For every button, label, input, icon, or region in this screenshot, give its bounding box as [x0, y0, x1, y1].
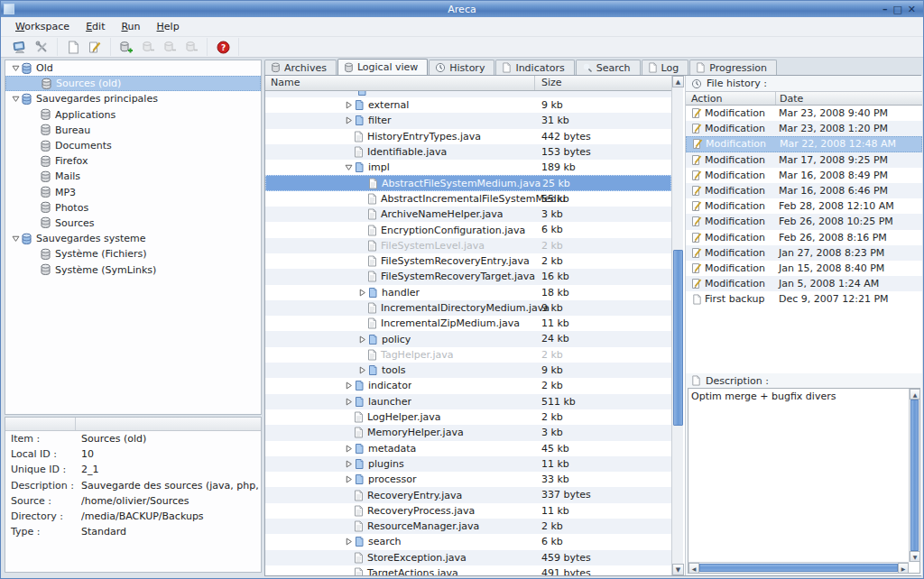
scrollbar-thumb[interactable] — [910, 400, 919, 551]
partially-scrolled-row[interactable] — [265, 91, 671, 97]
description-vscrollbar[interactable]: ▲ ▼ — [909, 389, 919, 562]
file-row-incrementalzipmedium-java[interactable]: IncrementalZipMedium.java11 kb — [265, 316, 671, 331]
menu-workspace[interactable]: Workspace — [8, 19, 77, 34]
scrollbar-thumb[interactable] — [673, 250, 683, 426]
history-row[interactable]: ModificationMar 23, 2008 1:20 PM — [686, 121, 922, 136]
expand-toggle[interactable] — [344, 381, 354, 390]
history-row[interactable]: ModificationFeb 28, 2008 12:10 AM — [686, 198, 922, 214]
file-row-impl[interactable]: impl189 kb — [265, 160, 671, 175]
close-button[interactable]: ✕ — [908, 5, 916, 14]
tab-logical-view[interactable]: Logical view — [337, 59, 428, 75]
file-row-indicator[interactable]: indicator2 kb — [265, 378, 671, 393]
expand-toggle[interactable] — [357, 335, 367, 344]
history-row[interactable]: First backupDec 9, 2007 12:21 PM — [686, 291, 922, 307]
collapse-toggle[interactable] — [344, 163, 354, 171]
file-row-historyentrytypes-java[interactable]: HistoryEntryTypes.java442 bytes — [265, 129, 671, 144]
new-target-button[interactable] — [62, 38, 84, 56]
file-row-external[interactable]: external9 kb — [265, 97, 671, 113]
column-header-action[interactable]: Action — [686, 92, 776, 105]
file-row-tools[interactable]: tools9 kb — [265, 363, 671, 378]
file-row-filesystemrecoveryentry-java[interactable]: FileSystemRecoveryEntry.java2 kb — [265, 253, 671, 269]
expand-toggle[interactable] — [344, 101, 354, 109]
file-row-storeexception-java[interactable]: StoreException.java459 bytes — [265, 550, 671, 565]
sidebar-item-sources[interactable]: Sources — [5, 216, 261, 231]
file-row-search[interactable]: search6 kb — [265, 534, 671, 549]
column-header-date[interactable]: Date — [776, 92, 922, 105]
history-row[interactable]: ModificationMar 23, 2008 9:40 PM — [686, 106, 922, 121]
menu-edit[interactable]: Edit — [79, 19, 112, 34]
file-row-filter[interactable]: filter31 kb — [265, 113, 671, 128]
sidebar-item-mails[interactable]: Mails — [5, 169, 261, 184]
file-row-abstractfilesystemmedium-java[interactable]: AbstractFileSystemMedium.java25 kb — [265, 175, 671, 190]
file-row-taghelper-java[interactable]: TagHelper.java2 kb — [265, 347, 671, 363]
tab-archives[interactable]: Archives — [264, 60, 337, 75]
history-row[interactable]: ModificationMar 16, 2008 6:46 PM — [686, 183, 922, 198]
history-row[interactable]: ModificationFeb 26, 2008 10:25 PM — [686, 214, 922, 229]
history-row[interactable]: ModificationJan 15, 2008 8:40 PM — [686, 261, 922, 276]
tab-search[interactable]: Search — [576, 60, 641, 75]
file-row-handler[interactable]: handler18 kb — [265, 285, 671, 300]
expand-toggle[interactable] — [344, 116, 354, 124]
maximize-button[interactable]: □ — [892, 5, 901, 14]
file-row-recoveryprocess-java[interactable]: RecoveryProcess.java11 kb — [265, 503, 671, 519]
collapse-toggle[interactable] — [11, 234, 21, 243]
sidebar-item-old[interactable]: Old — [5, 60, 261, 76]
history-row[interactable]: ModificationMar 17, 2008 9:25 PM — [686, 152, 922, 168]
backup-button[interactable] — [116, 38, 137, 56]
expand-toggle[interactable] — [344, 475, 354, 483]
edit-target-button[interactable] — [84, 38, 106, 56]
expand-toggle[interactable] — [344, 398, 354, 406]
sidebar-item-syst-me-fichiers-[interactable]: Système (Fichiers) — [5, 246, 261, 262]
sidebar-item-sauvegardes-principales[interactable]: Sauvegardes principales — [5, 91, 261, 106]
workspace-preferences-button[interactable] — [31, 38, 52, 56]
file-row-filesystemrecoverytarget-java[interactable]: FileSystemRecoveryTarget.java16 kb — [265, 269, 671, 284]
sidebar-item-syst-me-symlinks-[interactable]: Système (SymLinks) — [5, 262, 261, 277]
description-hscrollbar[interactable]: ◀ ▶ — [688, 562, 909, 573]
scroll-up-button[interactable]: ▲ — [672, 76, 684, 87]
file-tree-scrollbar[interactable]: ▲ ▼ — [671, 76, 683, 575]
file-row-policy[interactable]: policy24 kb — [265, 331, 671, 346]
scrollbar-thumb[interactable] — [699, 564, 898, 572]
collapse-toggle[interactable] — [11, 64, 21, 72]
history-row[interactable]: ModificationMar 16, 2008 8:49 PM — [686, 168, 922, 183]
scroll-up-button[interactable]: ▲ — [910, 389, 920, 400]
expand-toggle[interactable] — [344, 538, 354, 546]
history-row[interactable]: ModificationJan 5, 2008 1:24 AM — [686, 276, 922, 291]
file-row-filesystemlevel-java[interactable]: FileSystemLevel.java2 kb — [265, 238, 671, 253]
sidebar-item-applications[interactable]: Applications — [5, 107, 261, 123]
file-row-encryptionconfiguration-java[interactable]: EncryptionConfiguration.java6 kb — [265, 222, 671, 237]
file-row-resourcemanager-java[interactable]: ResourceManager.java2 kb — [265, 519, 671, 534]
column-header-name[interactable]: Name — [265, 76, 535, 90]
file-row-archivenamehelper-java[interactable]: ArchiveNameHelper.java3 kb — [265, 207, 671, 222]
sidebar-item-sauvegardes-systeme[interactable]: Sauvegardes systeme — [5, 231, 261, 246]
sidebar-item-bureau[interactable]: Bureau — [5, 123, 261, 138]
file-row-targetactions-java[interactable]: TargetActions.java491 bytes — [265, 565, 671, 575]
sidebar-item-firefox[interactable]: Firefox — [5, 153, 261, 169]
column-header-size[interactable]: Size — [535, 76, 671, 90]
expand-toggle[interactable] — [357, 289, 367, 297]
expand-toggle[interactable] — [344, 445, 354, 453]
tab-indicators[interactable]: Indicators — [495, 60, 574, 75]
scroll-left-button[interactable]: ◀ — [688, 563, 699, 574]
sidebar-item-mp3[interactable]: MP3 — [5, 185, 261, 200]
file-row-launcher[interactable]: launcher511 kb — [265, 394, 671, 409]
sidebar-item-documents[interactable]: Documents — [5, 138, 261, 153]
history-row[interactable]: ModificationJan 27, 2008 8:23 PM — [686, 245, 922, 261]
tab-log[interactable]: Log — [642, 60, 689, 75]
file-row-incrementaldirectorymedium-java[interactable]: IncrementalDirectoryMedium.java9 kb — [265, 300, 671, 316]
file-row-recoveryentry-java[interactable]: RecoveryEntry.java337 bytes — [265, 487, 671, 502]
expand-toggle[interactable] — [344, 460, 354, 468]
open-workspace-button[interactable] — [9, 38, 31, 56]
scroll-down-button[interactable]: ▼ — [910, 551, 920, 562]
file-row-loghelper-java[interactable]: LogHelper.java2 kb — [265, 409, 671, 425]
file-row-memoryhelper-java[interactable]: MemoryHelper.java3 kb — [265, 425, 671, 440]
scroll-down-button[interactable]: ▼ — [672, 564, 684, 575]
file-row-plugins[interactable]: plugins11 kb — [265, 456, 671, 472]
menu-help[interactable]: Help — [150, 19, 187, 34]
collapse-toggle[interactable] — [11, 95, 21, 103]
history-row[interactable]: ModificationFeb 26, 2008 8:16 PM — [686, 230, 922, 245]
scroll-right-button[interactable]: ▶ — [898, 563, 909, 574]
menu-run[interactable]: Run — [114, 19, 147, 34]
file-row-processor[interactable]: processor33 kb — [265, 472, 671, 487]
history-row[interactable]: ModificationMar 22, 2008 12:48 AM — [686, 136, 922, 152]
